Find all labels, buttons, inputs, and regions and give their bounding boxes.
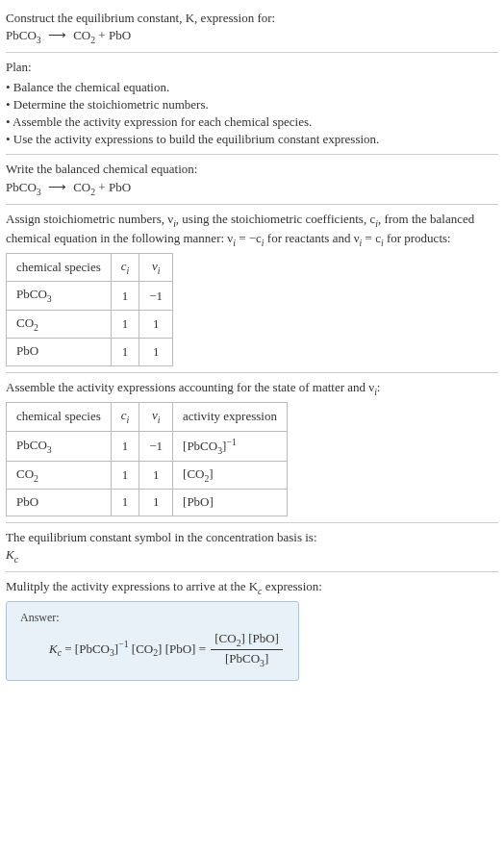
balanced-section: Write the balanced chemical equation: Pb…: [6, 155, 498, 204]
num-a: [CO: [214, 631, 236, 645]
cell-act: [PbCO3]−1: [173, 431, 288, 462]
cell-v: −1: [139, 282, 173, 310]
plan-label: Plan:: [6, 59, 498, 76]
reactant-sub: 3: [37, 35, 41, 45]
sp-sub: 3: [47, 293, 52, 304]
mul-b: expression:: [262, 579, 321, 593]
plan-item: Balance the chemical equation.: [6, 79, 498, 96]
balanced-intro: Write the balanced chemical equation:: [6, 161, 498, 178]
reaction-arrow: ⟶: [48, 180, 66, 194]
cell-v: −1: [139, 431, 173, 462]
table-row: CO2 1 1 [CO2]: [7, 462, 288, 490]
v-sub: i: [158, 265, 161, 276]
mul-a: Mulitply the activity expressions to arr…: [6, 579, 258, 593]
sp-sub: 2: [34, 321, 38, 332]
sp: CO: [16, 466, 34, 481]
cell-c: 1: [111, 310, 139, 338]
product2: PbO: [109, 28, 131, 42]
cell-species: PbCO3: [7, 282, 112, 310]
cell-act: [CO2]: [173, 462, 288, 490]
cell-v: 1: [139, 462, 173, 490]
stoich-text-e: for reactants and ν: [265, 231, 360, 245]
act-text-a: Assemble the activity expressions accoun…: [6, 380, 374, 394]
plan-item: Use the activity expressions to build th…: [6, 131, 498, 148]
col-c: ci: [111, 254, 139, 282]
plan-section: Plan: Balance the chemical equation. Det…: [6, 53, 498, 155]
intro-section: Construct the equilibrium constant, K, e…: [6, 4, 498, 53]
cell-species: PbO: [7, 490, 112, 516]
product1: CO: [73, 28, 90, 42]
cell-act: [PbO]: [173, 490, 288, 516]
reactant: PbCO: [6, 180, 37, 194]
stoich-text-a: Assign stoichiometric numbers, ν: [6, 212, 173, 226]
cell-c: 1: [111, 490, 139, 516]
plan-list: Balance the chemical equation. Determine…: [6, 79, 498, 149]
stoich-text: Assign stoichiometric numbers, νi, using…: [6, 211, 498, 249]
stoich-text-g: for products:: [384, 231, 451, 245]
c-sub: i: [127, 265, 130, 276]
intro-line: Construct the equilibrium constant, K, e…: [6, 11, 275, 25]
sp: PbCO: [16, 287, 47, 301]
sp-sub: 3: [47, 443, 52, 454]
cell-c: 1: [111, 462, 139, 490]
intro-text: Construct the equilibrium constant, K, e…: [6, 10, 498, 27]
denominator: [PbCO3]: [211, 650, 283, 669]
multiply-text: Mulitply the activity expressions to arr…: [6, 578, 498, 597]
stoich-table: chemical species ci νi PbCO3 1 −1 CO2 1 …: [6, 253, 173, 366]
table-row: PbO 1 1: [7, 338, 173, 365]
stoich-text-d: = −c: [236, 231, 262, 245]
numerator: [CO2] [PbO]: [211, 630, 283, 650]
symbol-value: Kc: [6, 546, 498, 566]
reaction-arrow: ⟶: [48, 28, 66, 42]
act-r: ]: [209, 466, 213, 481]
cell-v: 1: [139, 490, 173, 516]
K: K: [6, 547, 14, 562]
cell-c: 1: [111, 338, 139, 365]
col-v: νi: [139, 254, 173, 282]
table-row: PbCO3 1 −1 [PbCO3]−1: [7, 431, 288, 462]
table-row: PbO 1 1 [PbO]: [7, 490, 288, 516]
product1: CO: [73, 180, 90, 194]
sp: PbCO: [16, 438, 47, 452]
col-species: chemical species: [7, 254, 112, 282]
K-sub: c: [14, 553, 18, 564]
cell-species: CO2: [7, 462, 112, 490]
sp: PbO: [16, 343, 38, 358]
t2: [CO: [129, 641, 154, 656]
act-text-b: :: [377, 380, 381, 394]
answer-label: Answer:: [20, 610, 285, 626]
col-c: ci: [111, 403, 139, 431]
cell-c: 1: [111, 431, 139, 462]
stoich-text-b: , using the stoichiometric coefficients,…: [176, 212, 375, 226]
cell-v: 1: [139, 310, 173, 338]
plus: +: [95, 28, 109, 42]
col-act: activity expression: [173, 403, 288, 431]
t1-sup: −1: [118, 639, 128, 649]
balanced-equation: PbCO3 ⟶ CO2 + PbO: [6, 179, 498, 198]
col-v: νi: [139, 403, 173, 431]
plus: +: [95, 180, 109, 194]
reactant: PbCO: [6, 28, 37, 42]
act-sup: −1: [226, 437, 236, 447]
cell-c: 1: [111, 282, 139, 310]
sp: CO: [16, 315, 34, 330]
intro-equation: PbCO3 ⟶ CO2 + PbO: [6, 27, 498, 46]
stoich-section: Assign stoichiometric numbers, νi, using…: [6, 205, 498, 373]
eq: =: [62, 641, 75, 656]
plan-item: Assemble the activity expression for eac…: [6, 113, 498, 131]
symbol-intro: The equilibrium constant symbol in the c…: [6, 529, 498, 546]
activity-text: Assemble the activity expressions accoun…: [6, 379, 498, 398]
act-r: ]: [210, 494, 214, 509]
symbol-section: The equilibrium constant symbol in the c…: [6, 523, 498, 572]
reactant-sub: 3: [37, 186, 41, 196]
activity-section: Assemble the activity expressions accoun…: [6, 373, 498, 522]
sp-sub: 2: [34, 473, 38, 484]
c-sub: i: [127, 415, 130, 425]
multiply-section: Mulitply the activity expressions to arr…: [6, 572, 498, 687]
col-species: chemical species: [7, 403, 112, 431]
sp: PbO: [16, 494, 38, 509]
act-l: [PbCO: [183, 439, 217, 453]
product2: PbO: [109, 180, 131, 194]
cell-species: PbCO3: [7, 431, 112, 462]
table-row: PbCO3 1 −1: [7, 282, 173, 310]
